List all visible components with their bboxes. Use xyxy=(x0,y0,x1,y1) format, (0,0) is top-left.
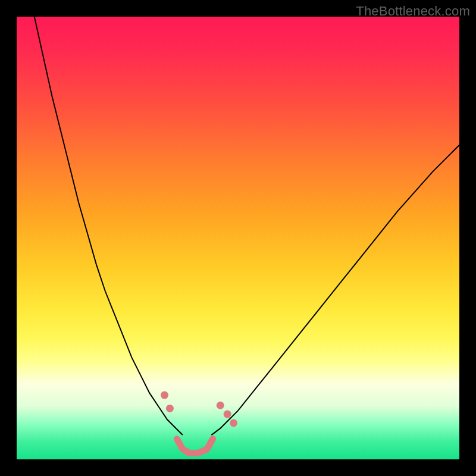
chart-marker xyxy=(230,419,237,427)
chart-marker xyxy=(166,405,174,412)
chart-marker xyxy=(217,402,224,409)
chart-line xyxy=(211,145,459,435)
chart-marker xyxy=(224,411,231,418)
chart-plot-svg xyxy=(17,17,459,459)
chart-marker xyxy=(161,392,168,399)
chart-line xyxy=(177,439,212,453)
chart-frame xyxy=(17,17,459,459)
chart-line xyxy=(35,17,183,435)
